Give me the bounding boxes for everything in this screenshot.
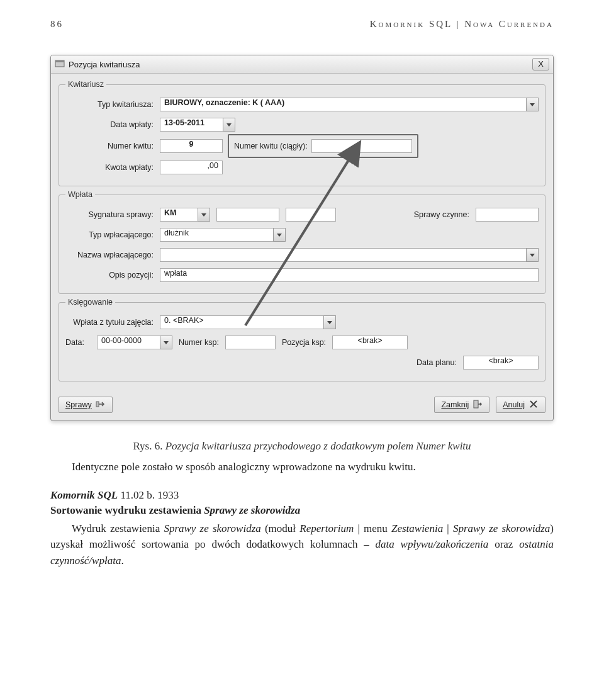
svg-marker-6 [530,254,535,257]
label-pozycja-ksp: Pozycja ksp: [282,338,326,347]
dialog-window: Pozycja kwitariusza X Kwitariusz Typ kwi… [50,55,554,421]
zamknij-button[interactable]: Zamknij [434,397,489,413]
value-nazwa-wplacajacego [160,248,526,262]
label-data-wplaty: Data wpłaty: [65,120,154,129]
titlebar: Pozycja kwitariusza X [51,55,553,74]
section-subheading: Sortowanie wydruku zestawienia Sprawy ze… [50,504,554,517]
label-wplata-zajecia: Wpłata z tytułu zajęcia: [65,318,154,327]
page-header: 86 Komornik SQL | Nowa Currenda [50,19,554,30]
hand-pointer-icon [96,399,106,411]
svg-marker-8 [164,341,169,344]
input-sygnatura-rok[interactable] [286,208,336,222]
value-typ-kwitariusza: BIUROWY, oznaczenie: K ( AAA) [160,98,526,111]
screenshot: Pozycja kwitariusza X Kwitariusz Typ kwi… [50,55,554,421]
svg-marker-3 [226,123,232,127]
paragraph-1: Identyczne pole zostało w sposób analogi… [50,459,554,475]
svg-marker-4 [201,213,206,217]
svg-rect-9 [96,402,99,407]
close-button[interactable]: X [532,58,549,71]
group-wplata: Wpłata Sygnatura sprawy: KM Sprawy czynn… [59,190,545,294]
chevron-down-icon[interactable] [323,315,336,329]
cancel-x-icon [528,399,539,411]
chevron-down-icon[interactable] [223,118,235,132]
app-icon [55,59,65,71]
label-numer-kwitu: Numer kwitu: [65,142,154,150]
label-sprawy-czynne: Sprawy czynne: [414,210,469,219]
svg-rect-10 [474,400,478,408]
page-number: 86 [50,19,64,30]
value-typ-wplacajacego: dłużnik [160,228,273,242]
label-data: Data: [65,338,91,347]
input-kwota-wplaty[interactable]: ,00 [160,161,223,174]
date-data-wplaty[interactable]: 13-05-2011 [160,118,235,132]
svg-marker-7 [327,321,332,324]
svg-marker-5 [277,234,282,237]
select-typ-wplacajacego[interactable]: dłużnik [160,228,286,242]
select-wplata-zajecia[interactable]: 0. <BRAK> [160,315,336,329]
label-nazwa-wplacajacego: Nazwa wpłacającego: [65,251,154,259]
value-data-wplaty: 13-05-2011 [160,118,223,132]
dialog-title: Pozycja kwitariusza [69,60,140,69]
door-exit-icon [473,399,483,411]
legend-kwitariusz: Kwitariusz [65,80,106,89]
input-sprawy-czynne[interactable] [476,208,539,222]
value-data: 00-00-0000 [97,336,160,349]
input-opis-pozycji[interactable]: wpłata [160,268,539,282]
label-opis-pozycji: Opis pozycji: [65,271,154,279]
chevron-down-icon[interactable] [198,208,210,222]
chevron-down-icon[interactable] [526,98,539,111]
input-numer-kwitu[interactable]: 9 [160,139,223,153]
select-typ-kwitariusza[interactable]: BIUROWY, oznaczenie: K ( AAA) [160,98,539,111]
label-numer-kwitu-ciagly: Numer kwitu (ciągły): [234,142,308,150]
chevron-down-icon[interactable] [160,336,172,349]
label-typ-wplacajacego: Typ wpłacającego: [65,230,154,239]
chevron-down-icon[interactable] [526,248,539,262]
dialog-footer: Sprawy Zamknij Anuluj [51,390,553,421]
input-numer-kwitu-ciagly[interactable] [311,139,412,153]
chevron-down-icon[interactable] [273,228,286,242]
select-sygnatura-typ[interactable]: KM [160,208,210,222]
input-sygnatura-numer[interactable] [216,208,279,222]
input-numer-ksp[interactable] [225,336,276,349]
value-wplata-zajecia: 0. <BRAK> [160,315,323,329]
date-ksiegowanie[interactable]: 00-00-0000 [97,336,172,349]
sprawy-button[interactable]: Sprawy [59,397,113,413]
btn-label: Anuluj [503,400,525,409]
paragraph-2: Wydruk zestawienia Sprawy ze skorowidza … [50,521,554,569]
label-typ-kwitariusza: Typ kwitariusza: [65,100,154,109]
svg-rect-1 [55,60,64,62]
input-data-planu[interactable]: <brak> [463,356,539,370]
section-heading: Komornik SQL 11.02 b. 1933 [50,489,554,502]
legend-wplata: Wpłata [65,190,95,199]
input-pozycja-ksp[interactable]: <brak> [332,336,408,349]
label-data-planu: Data planu: [417,358,457,367]
btn-label: Zamknij [441,400,469,409]
legend-ksiegowanie: Księgowanie [65,298,115,307]
label-sygnatura: Sygnatura sprawy: [65,210,154,219]
group-kwitariusz: Kwitariusz Typ kwitariusza: BIUROWY, ozn… [59,80,545,186]
svg-marker-2 [530,103,535,106]
select-nazwa-wplacajacego[interactable] [160,248,539,262]
label-kwota-wplaty: Kwota wpłaty: [65,163,154,172]
anuluj-button[interactable]: Anuluj [496,397,545,413]
btn-label: Sprawy [65,400,92,409]
label-numer-ksp: Numer ksp: [179,338,219,347]
figure-caption: Rys. 6. Pozycja kwitariusza przychodoweg… [50,440,554,453]
value-sygnatura-typ: KM [160,208,198,222]
running-title: Komornik SQL | Nowa Currenda [370,19,554,30]
group-ksiegowanie: Księgowanie Wpłata z tytułu zajęcia: 0. … [59,298,545,381]
